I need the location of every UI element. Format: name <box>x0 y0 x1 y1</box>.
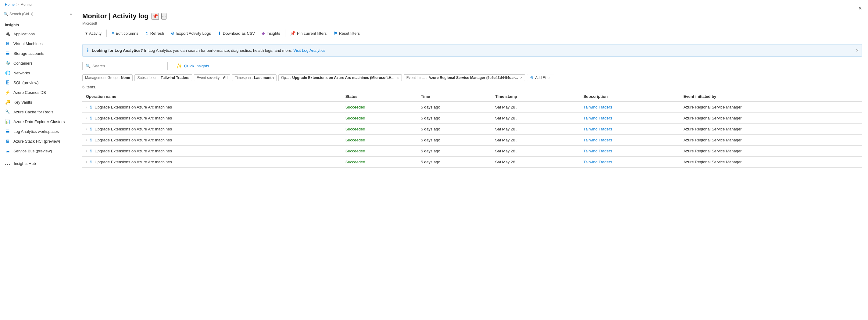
applications-label: Applications <box>13 32 35 36</box>
containers-label: Containers <box>13 61 33 66</box>
azure-stack-hci-label: Azure Stack HCI (preview) <box>13 139 60 143</box>
sidebar-item-virtual-machines[interactable]: 🖥 Virtual Machines <box>0 39 76 49</box>
quick-insights-button[interactable]: ✨ Quick Insights <box>173 62 213 70</box>
expand-row-0[interactable]: › <box>86 105 87 109</box>
chip-value-event-initiator: Azure Regional Service Manager (5e5e43d4… <box>428 75 518 80</box>
filter-chip-operation: Op... : Upgrade Extensions on Azure Arc … <box>278 74 402 81</box>
operation-name-2: Upgrade Extensions on Azure Arc machines <box>94 127 172 131</box>
chip-close-event-initiator[interactable]: × <box>520 75 522 80</box>
azure-stack-hci-icon: 🖥 <box>5 138 10 144</box>
refresh-button[interactable]: ↻ Refresh <box>142 29 167 37</box>
table-container: Operation nameStatusTimeTime stampSubscr… <box>82 92 862 315</box>
table-body: › ℹ Upgrade Extensions on Azure Arc mach… <box>82 101 862 168</box>
add-filter-button[interactable]: ⊕Add Filter <box>527 74 554 81</box>
export-button[interactable]: ⚙ Export Activity Logs <box>168 29 214 37</box>
operation-name-cell-0: › ℹ Upgrade Extensions on Azure Arc mach… <box>82 101 342 113</box>
expand-row-5[interactable]: › <box>86 160 87 164</box>
breadcrumb-home[interactable]: Home <box>5 2 14 7</box>
sidebar-item-azure-stack-hci[interactable]: 🖥 Azure Stack HCI (preview) <box>0 136 76 146</box>
sidebar-item-applications[interactable]: 🔌 Applications <box>0 29 76 39</box>
visit-log-analytics-link[interactable]: Visit Log Analytics <box>293 48 325 53</box>
chip-value-management-group: None <box>121 75 130 80</box>
time-cell-3: 5 days ago <box>417 135 492 146</box>
chip-value-timespan: Last month <box>254 75 274 80</box>
insights-button[interactable]: ◆ Insights <box>258 29 283 37</box>
insights-label: Insights <box>267 31 280 36</box>
initiator-cell-0: Azure Regional Service Manager <box>680 101 862 113</box>
info-circle-icon-3: ℹ <box>90 138 92 142</box>
export-icon: ⚙ <box>171 31 175 36</box>
expand-row-2[interactable]: › <box>86 127 87 131</box>
sidebar-item-sql-preview[interactable]: 🗄 SQL (preview) <box>0 78 76 88</box>
search-icon: 🔍 <box>86 64 91 68</box>
filter-chip-subscription: Subscription : Tailwind Traders <box>134 74 192 81</box>
download-csv-button[interactable]: ⬇ Download as CSV <box>215 29 258 37</box>
chip-close-operation[interactable]: × <box>397 75 399 80</box>
sidebar-item-storage-accounts[interactable]: ☰ Storage accounts <box>0 49 76 58</box>
more-options-button[interactable]: ··· <box>161 13 166 20</box>
timestamp-cell-3: Sat May 28 ... <box>492 135 580 146</box>
window-close-button[interactable]: × <box>858 5 862 12</box>
pin-filters-button[interactable]: 📌 Pin current filters <box>287 29 330 37</box>
banner-detail-text: In Log Analytics you can search for perf… <box>144 48 293 53</box>
sidebar-item-log-analytics[interactable]: ☰ Log Analytics workspaces <box>0 126 76 136</box>
banner-bold-text: Looking for Log Analytics? <box>92 48 143 53</box>
initiator-cell-3: Azure Regional Service Manager <box>680 135 862 146</box>
expand-row-1[interactable]: › <box>86 116 87 120</box>
sidebar-item-azure-cache-redis[interactable]: 🔧 Azure Cache for Redis <box>0 107 76 117</box>
col-header-status: Status <box>342 92 417 101</box>
sidebar-collapse-button[interactable]: « <box>70 11 72 17</box>
operation-name-1: Upgrade Extensions on Azure Arc machines <box>94 116 172 120</box>
sidebar-insights-hub[interactable]: ... Insights Hub <box>0 158 76 168</box>
reset-filters-button[interactable]: ⚑ Reset filters <box>331 29 363 37</box>
page-header: Monitor | Activity log 📌 ··· Microsoft ▾… <box>76 9 868 39</box>
sidebar-item-networks[interactable]: 🌐 Networks <box>0 68 76 78</box>
pin-page-button[interactable]: 📌 <box>152 13 159 20</box>
info-circle-icon-1: ℹ <box>90 116 92 120</box>
subscription-link-2[interactable]: Tailwind Traders <box>584 127 612 131</box>
download-icon: ⬇ <box>218 31 221 36</box>
search-input[interactable] <box>92 64 164 68</box>
subscription-link-1[interactable]: Tailwind Traders <box>584 116 612 120</box>
status-cell-4: Succeeded <box>342 146 417 157</box>
expand-row-4[interactable]: › <box>86 149 87 153</box>
networks-icon: 🌐 <box>5 70 10 75</box>
insights-icon: ◆ <box>261 31 265 36</box>
refresh-label: Refresh <box>150 31 164 36</box>
subscription-link-5[interactable]: Tailwind Traders <box>584 160 612 164</box>
breadcrumb-current: Monitor <box>21 2 33 7</box>
table-row: › ℹ Upgrade Extensions on Azure Arc mach… <box>82 124 862 135</box>
subscription-link-4[interactable]: Tailwind Traders <box>584 149 612 153</box>
close-banner-button[interactable]: × <box>856 48 859 53</box>
sidebar-item-azure-cosmos-db[interactable]: ⚡ Azure Cosmos DB <box>0 88 76 97</box>
chip-label-timespan: Timespan : <box>235 75 253 80</box>
expand-row-3[interactable]: › <box>86 138 87 142</box>
sidebar-item-service-bus[interactable]: ☁ Service Bus (preview) <box>0 146 76 156</box>
azure-data-explorer-label: Azure Data Explorer Clusters <box>13 120 65 124</box>
activity-button[interactable]: ▾ Activity <box>82 29 104 37</box>
log-analytics-icon: ☰ <box>5 129 10 134</box>
filter-chips-row: Management Group : None Subscription : T… <box>82 74 862 81</box>
key-vaults-label: Key Vaults <box>13 100 32 104</box>
networks-label: Networks <box>13 71 30 75</box>
sidebar-item-azure-data-explorer[interactable]: 📊 Azure Data Explorer Clusters <box>0 117 76 126</box>
operation-name-3: Upgrade Extensions on Azure Arc machines <box>94 138 172 142</box>
virtual-machines-icon: 🖥 <box>5 41 10 46</box>
subscription-link-0[interactable]: Tailwind Traders <box>584 105 612 109</box>
toolbar-divider-1 <box>106 30 107 37</box>
search-row: 🔍 ✨ Quick Insights <box>82 62 862 70</box>
subscription-link-3[interactable]: Tailwind Traders <box>584 138 612 142</box>
sidebar-item-key-vaults[interactable]: 🔑 Key Vaults <box>0 97 76 107</box>
add-filter-icon: ⊕ <box>530 75 533 80</box>
operation-name-0: Upgrade Extensions on Azure Arc machines <box>94 105 172 109</box>
edit-columns-button[interactable]: ≡ Edit columns <box>108 29 142 37</box>
sidebar-items-list: 🔌 Applications 🖥 Virtual Machines ☰ Stor… <box>0 29 76 156</box>
timestamp-cell-2: Sat May 28 ... <box>492 124 580 135</box>
filter-chip-management-group: Management Group : None <box>82 74 133 81</box>
sidebar-item-containers[interactable]: 🐳 Containers <box>0 58 76 68</box>
timestamp-cell-4: Sat May 28 ... <box>492 146 580 157</box>
sidebar-search-input[interactable] <box>9 12 69 16</box>
edit-columns-icon: ≡ <box>112 31 114 36</box>
operation-name-cell-1: › ℹ Upgrade Extensions on Azure Arc mach… <box>82 113 342 124</box>
initiator-cell-2: Azure Regional Service Manager <box>680 124 862 135</box>
